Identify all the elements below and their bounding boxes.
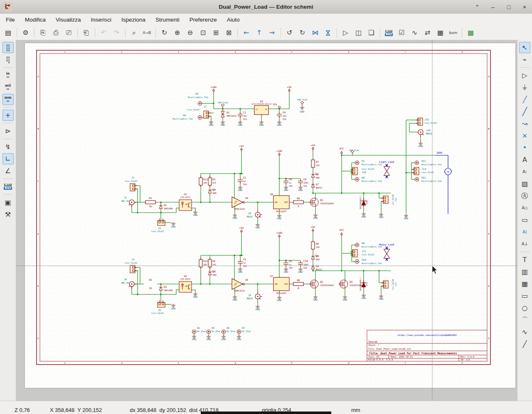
minimize-button[interactable]: – [490, 4, 496, 10]
symbol-gnd[interactable] [300, 106, 304, 110]
symbol-jct[interactable] [234, 173, 235, 174]
inverter-u4[interactable] [232, 197, 244, 208]
hierarchy-navigator-button[interactable]: ▣ [2, 197, 14, 208]
resistor-r3[interactable] [208, 176, 212, 187]
mirror-v-button[interactable]: ⋈ [323, 27, 334, 39]
connector-j15[interactable] [416, 118, 423, 125]
connector-j3[interactable] [130, 265, 137, 273]
wire[interactable] [176, 208, 179, 213]
select-tool[interactable]: ↖ [519, 42, 530, 53]
redo-button[interactable]: ↷ [111, 27, 122, 39]
power-5v[interactable] [241, 148, 243, 152]
text-tool[interactable]: T [519, 254, 530, 265]
no-connect-tool[interactable]: × [519, 130, 530, 141]
symbol-jct[interactable] [241, 255, 242, 256]
schematic-canvas[interactable]: +10VH3MountingHole_PadJ7Conn_01x02H4Moun… [16, 40, 517, 401]
close-button[interactable]: × [521, 4, 528, 10]
shade-button[interactable]: ⌃ [474, 4, 480, 10]
add-symbol-tool[interactable]: ▷ [519, 70, 530, 81]
maximize-button[interactable]: □ [505, 4, 512, 10]
symbol-jct[interactable] [234, 255, 235, 256]
symbol-jct[interactable] [160, 201, 161, 203]
textbox-tool[interactable]: ▥ [519, 266, 530, 277]
resistor-r6[interactable] [292, 282, 305, 286]
mounting-hole-h7[interactable] [237, 330, 241, 334]
bnc-j2[interactable] [129, 200, 137, 207]
connector-j5[interactable] [158, 218, 165, 225]
optocoupler-u2[interactable] [179, 282, 192, 292]
mosfet-q2[interactable] [309, 280, 318, 288]
mirror-h-button[interactable]: ⋈ [310, 27, 321, 39]
symbol-jct[interactable] [278, 260, 280, 261]
resistor-r5[interactable] [292, 201, 305, 204]
rotate-ccw-button[interactable]: ↺ [284, 27, 295, 39]
power-10v[interactable] [213, 89, 215, 93]
tvs-d1[interactable] [221, 110, 224, 119]
mounting-hole-h1[interactable] [355, 161, 359, 165]
sheet-pin-tool[interactable]: A⟩ [519, 226, 530, 238]
zoom-fit-objects-button[interactable]: ⊞ [210, 27, 222, 39]
symbol-jct[interactable] [160, 212, 161, 213]
pwr-flag[interactable] [300, 101, 304, 106]
wire[interactable] [135, 271, 138, 294]
wire[interactable] [381, 286, 383, 295]
power-10v[interactable] [278, 153, 281, 157]
bnc-j9[interactable] [255, 292, 262, 299]
erc-button[interactable]: ☑ [396, 27, 407, 39]
global-label-tool[interactable]: Ⓐ [519, 190, 530, 201]
nav-back-button[interactable]: ← [241, 27, 252, 39]
rectangle-tool[interactable]: ▭ [519, 290, 530, 301]
wire-hv-button[interactable]: ∟ [2, 153, 14, 164]
import-sheet-pin-tool[interactable]: A↓ [519, 238, 530, 250]
symbol-jct[interactable] [160, 283, 161, 284]
diode-d9[interactable] [311, 264, 315, 271]
junction-tool[interactable]: • [519, 142, 530, 153]
unit-mm-button[interactable]: mm↔ [2, 94, 14, 105]
symbol-jct[interactable] [200, 283, 201, 284]
capacitor-c1[interactable] [238, 112, 243, 118]
mounting-hole-h2[interactable] [192, 330, 196, 334]
simulator-button[interactable]: ∿ [409, 27, 420, 39]
add-sheet-tool[interactable]: ▭ [519, 214, 530, 225]
editor-canvas[interactable]: +10VH3MountingHole_PadJ7Conn_01x02H4Moun… [16, 40, 517, 401]
undo-button[interactable]: ↶ [98, 27, 109, 39]
wire[interactable] [192, 290, 195, 293]
properties-panel-button[interactable]: ⚒ [2, 209, 14, 220]
schematic-setup-button[interactable]: ⚙ [20, 27, 31, 39]
power-10v[interactable] [278, 235, 281, 239]
paste-button[interactable]: ⎗ [81, 27, 92, 39]
symbol-jct[interactable] [200, 201, 201, 203]
zoom-out-button[interactable]: ⊖ [185, 27, 196, 39]
symbol-jct[interactable] [405, 172, 406, 173]
symbol-jct[interactable] [257, 201, 258, 203]
connector-j13[interactable] [381, 281, 388, 288]
unit-inches-button[interactable]: in↔ [2, 70, 14, 81]
grid-override-button[interactable]: ⢿ [2, 54, 14, 65]
hier-label-tool[interactable]: A◇ [519, 202, 530, 213]
menu-item-preferenze[interactable]: Preferenze [190, 17, 217, 23]
symbol-jct[interactable] [257, 283, 258, 284]
wire-45-button[interactable]: ∠ [2, 165, 14, 176]
resistor-r11[interactable] [199, 176, 202, 187]
inverter-u5[interactable] [232, 279, 244, 289]
zoom-selection-button[interactable]: ⊠ [223, 27, 234, 39]
annotate-button[interactable]: R??R42 [383, 27, 394, 39]
table-tool[interactable]: ▦ [519, 278, 530, 289]
nav-forward-button[interactable]: → [266, 27, 278, 39]
wire[interactable] [176, 290, 179, 294]
resistor-r1[interactable] [144, 201, 157, 204]
capacitor-c5[interactable] [238, 260, 243, 265]
symbol-jct[interactable] [341, 270, 342, 271]
mounting-hole-h4[interactable] [198, 116, 202, 120]
optocoupler-u1[interactable] [179, 200, 192, 211]
bom-export-button[interactable]: bom [448, 27, 459, 39]
resistor-r12[interactable] [199, 258, 202, 269]
find-replace-button[interactable]: A→B [141, 27, 153, 39]
capacitor-c9[interactable] [298, 179, 303, 185]
lamp-light-load[interactable] [384, 165, 390, 177]
zoom-fit-page-button[interactable]: ⊡ [197, 27, 209, 39]
wire[interactable] [209, 116, 211, 121]
add-wire-tool[interactable]: ╱ [519, 94, 530, 105]
lamp-heavy-load[interactable] [384, 248, 390, 260]
mounting-hole-h12[interactable] [415, 178, 419, 181]
